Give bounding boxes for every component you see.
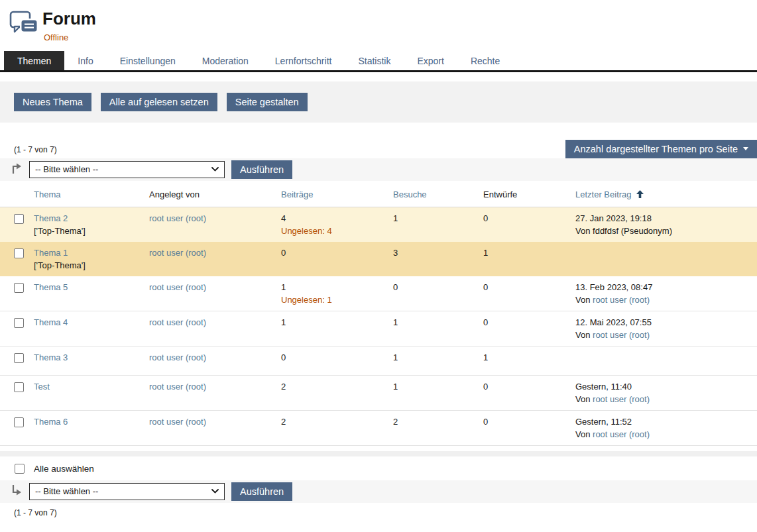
topic-posts-count: 2 bbox=[281, 416, 386, 427]
topic-title-link[interactable]: Thema 1 bbox=[34, 247, 143, 258]
topic-author-cell: root user (root) bbox=[149, 282, 281, 305]
topic-row-checkbox[interactable] bbox=[14, 248, 24, 258]
topic-subtitle: ['Top-Thema'] bbox=[34, 260, 143, 271]
topic-title-link[interactable]: Thema 2 bbox=[34, 213, 143, 224]
result-count-bottom: (1 - 7 von 7) bbox=[0, 503, 757, 525]
topic-lastpost-author[interactable]: fddfdsf (Pseudonym) bbox=[593, 226, 672, 236]
style-page-button[interactable]: Seite gestalten bbox=[227, 93, 308, 111]
topic-lastpost-author-line: Von fddfdsf (Pseudonym) bbox=[575, 225, 750, 237]
topic-lastpost-date: 13. Feb 2023, 08:47 bbox=[575, 282, 750, 293]
topic-author-link[interactable]: root user (root) bbox=[149, 282, 206, 292]
topic-title-link[interactable]: Thema 5 bbox=[34, 282, 143, 293]
topics-per-page-button[interactable]: Anzahl dargestellter Themen pro Seite bbox=[565, 140, 757, 158]
topic-drafts-count: 0 bbox=[483, 282, 575, 305]
topic-visits-count: 3 bbox=[393, 247, 483, 271]
topic-lastpost-date: Gestern, 11:40 bbox=[575, 381, 750, 392]
table-footer-strip bbox=[0, 451, 757, 456]
column-header-beitraege[interactable]: Beiträge bbox=[281, 189, 393, 200]
tab-themen[interactable]: Themen bbox=[4, 51, 64, 70]
select-all-checkbox[interactable] bbox=[15, 464, 25, 474]
topic-title-link[interactable]: Thema 4 bbox=[34, 317, 143, 328]
topic-lastpost-von-label: Von bbox=[575, 295, 590, 305]
tab-statistik[interactable]: Statistik bbox=[345, 51, 404, 70]
topic-title-cell: Thema 6 bbox=[34, 416, 149, 440]
topic-row-checkbox[interactable] bbox=[14, 382, 24, 392]
row-checkbox-cell bbox=[14, 213, 34, 237]
tab-info[interactable]: Info bbox=[64, 51, 106, 70]
apply-to-below-arrow-icon bbox=[11, 484, 23, 498]
topic-posts-count: 1 bbox=[281, 282, 386, 293]
topic-author-link[interactable]: root user (root) bbox=[149, 248, 206, 258]
column-header-angelegt-von: Angelegt von bbox=[149, 189, 281, 200]
forum-speech-bubbles-icon bbox=[9, 9, 38, 39]
topic-row-checkbox[interactable] bbox=[14, 214, 24, 224]
topic-lastpost-cell: 12. Mai 2023, 07:55 Von root user (root) bbox=[575, 317, 757, 341]
topic-row: Thema 5 root user (root) 1 Ungelesen: 1 … bbox=[0, 276, 757, 311]
bulk-action-row-top: -- Bitte wählen -- Ausführen bbox=[0, 158, 757, 181]
topic-author-link[interactable]: root user (root) bbox=[149, 352, 206, 362]
page-header: Forum Offline bbox=[0, 0, 757, 42]
topic-title-cell: Thema 4 bbox=[34, 317, 149, 341]
select-all-row: Alle auswählen bbox=[0, 456, 757, 480]
topic-posts-count: 2 bbox=[281, 381, 386, 392]
topic-posts-cell: 4 Ungelesen: 4 bbox=[281, 213, 393, 237]
tab-lernfortschritt[interactable]: Lernfortschritt bbox=[262, 51, 345, 70]
caret-down-icon bbox=[743, 147, 748, 150]
tab-export[interactable]: Export bbox=[404, 51, 457, 70]
topic-row-checkbox[interactable] bbox=[14, 283, 24, 293]
topic-author-link[interactable]: root user (root) bbox=[149, 417, 206, 427]
column-header-letzter-beitrag-label: Letzter Beitrag bbox=[575, 189, 632, 199]
new-topic-button[interactable]: Neues Thema bbox=[14, 93, 91, 111]
row-checkbox-cell bbox=[14, 416, 34, 440]
result-count-top: (1 - 7 von 7) bbox=[14, 145, 57, 158]
topic-row: Thema 2 ['Top-Thema'] root user (root) 4… bbox=[0, 207, 757, 242]
topic-posts-cell: 0 bbox=[281, 352, 393, 370]
tab-rechte[interactable]: Rechte bbox=[457, 51, 513, 70]
topic-lastpost-author[interactable]: root user (root) bbox=[593, 394, 650, 404]
topic-drafts-count: 1 bbox=[483, 247, 575, 271]
topic-unread-count: Ungelesen: 4 bbox=[281, 225, 386, 237]
topic-drafts-count: 0 bbox=[483, 213, 575, 237]
topics-per-page-label: Anzahl dargestellter Themen pro Seite bbox=[574, 143, 738, 155]
tab-einstellungen[interactable]: Einstellungen bbox=[107, 51, 189, 70]
execute-button-top[interactable]: Ausführen bbox=[231, 160, 292, 179]
topic-author-cell: root user (root) bbox=[149, 247, 281, 271]
topic-lastpost-cell: 27. Jan 2023, 19:18 Von fddfdsf (Pseudon… bbox=[575, 213, 757, 237]
topic-title-cell: Thema 5 bbox=[34, 282, 149, 305]
topic-row-checkbox[interactable] bbox=[14, 417, 24, 427]
topic-row-checkbox[interactable] bbox=[14, 353, 24, 363]
topic-lastpost-author[interactable]: root user (root) bbox=[593, 330, 650, 340]
topic-author-link[interactable]: root user (root) bbox=[149, 213, 206, 223]
bulk-action-row-bottom: -- Bitte wählen -- Ausführen bbox=[0, 480, 757, 503]
topic-author-link[interactable]: root user (root) bbox=[149, 382, 206, 392]
topic-lastpost-cell: 13. Feb 2023, 08:47 Von root user (root) bbox=[575, 282, 757, 305]
bulk-action-select[interactable]: -- Bitte wählen -- bbox=[29, 161, 225, 178]
forum-admin-page: Forum Offline Themen Info Einstellungen … bbox=[0, 0, 757, 525]
topic-title-cell: Test bbox=[34, 381, 149, 405]
topic-row-checkbox[interactable] bbox=[14, 318, 24, 328]
topic-posts-cell: 2 bbox=[281, 416, 393, 440]
topic-title-link[interactable]: Thema 6 bbox=[34, 416, 143, 427]
topic-lastpost-author[interactable]: root user (root) bbox=[593, 295, 650, 305]
column-header-thema[interactable]: Thema bbox=[34, 189, 149, 200]
topic-visits-count: 2 bbox=[393, 416, 483, 440]
column-header-besuche[interactable]: Besuche bbox=[393, 189, 483, 200]
tab-moderation[interactable]: Moderation bbox=[189, 51, 262, 70]
bulk-action-select-bottom[interactable]: -- Bitte wählen -- bbox=[29, 483, 225, 500]
topic-unread-count: Ungelesen: 1 bbox=[281, 294, 386, 305]
topic-posts-cell: 2 bbox=[281, 381, 393, 405]
topic-author-cell: root user (root) bbox=[149, 352, 281, 370]
row-checkbox-cell bbox=[14, 352, 34, 370]
topic-lastpost-von-label: Von bbox=[575, 226, 590, 236]
topic-drafts-count: 0 bbox=[483, 317, 575, 341]
column-header-letzter-beitrag[interactable]: Letzter Beitrag bbox=[575, 189, 757, 200]
topic-lastpost-author[interactable]: root user (root) bbox=[593, 429, 650, 439]
topic-title-link[interactable]: Test bbox=[34, 381, 143, 392]
execute-button-bottom[interactable]: Ausführen bbox=[231, 482, 292, 501]
topic-lastpost-von-label: Von bbox=[575, 394, 590, 404]
row-checkbox-cell bbox=[14, 381, 34, 405]
mark-all-read-button[interactable]: Alle auf gelesen setzen bbox=[101, 93, 217, 111]
topic-author-link[interactable]: root user (root) bbox=[149, 317, 206, 327]
topic-title-link[interactable]: Thema 3 bbox=[34, 352, 143, 363]
topic-visits-count: 1 bbox=[393, 352, 483, 370]
